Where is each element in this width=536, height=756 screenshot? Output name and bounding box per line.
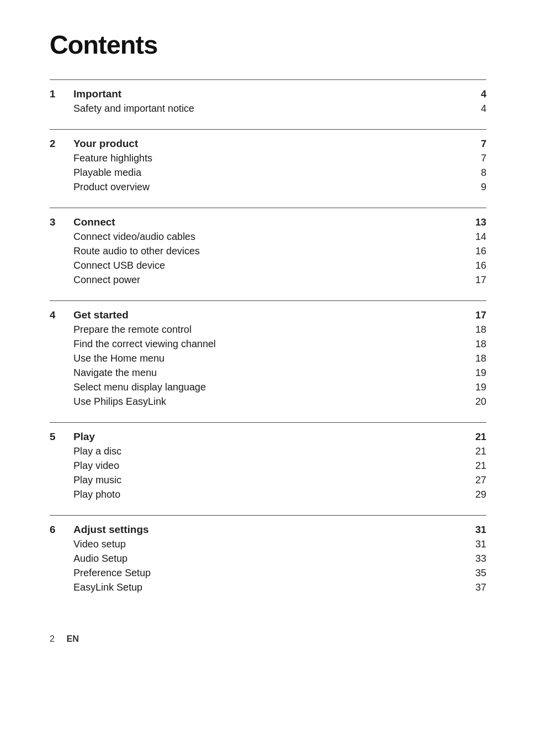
- toc-item-page: 33: [471, 553, 486, 564]
- toc-item: Play photo29: [50, 489, 486, 500]
- toc-item-label: Find the correct viewing channel: [73, 338, 216, 350]
- toc-item: Play a disc21: [50, 446, 486, 457]
- toc-item-page: 19: [471, 367, 486, 378]
- toc-section-1: 1Important4Safety and important notice4: [50, 79, 486, 125]
- toc-item-page: 35: [471, 567, 486, 579]
- toc-item: Video setup31: [50, 538, 486, 550]
- section-header-2: 2Your product7: [50, 138, 486, 150]
- toc-item-label: Route audio to other devices: [73, 245, 200, 257]
- section-number-3: 3: [50, 216, 73, 228]
- toc-item: Play music27: [50, 474, 486, 486]
- divider-5: [50, 422, 486, 423]
- toc-item: Audio Setup33: [50, 553, 486, 564]
- toc-item-label: Feature highlights: [73, 152, 152, 164]
- section-page-1: 4: [471, 88, 486, 100]
- section-page-3: 13: [471, 217, 486, 228]
- toc-item: Select menu display language19: [50, 381, 486, 393]
- toc-item: EasyLink Setup37: [50, 582, 486, 593]
- toc-section-4: 4Get started17Prepare the remote control…: [50, 301, 486, 418]
- section-header-3: 3Connect13: [50, 216, 486, 228]
- toc-item-page: 14: [471, 231, 486, 242]
- toc-item: Product overview9: [50, 181, 486, 193]
- toc-item: Connect power17: [50, 274, 486, 286]
- section-number-4: 4: [50, 309, 73, 321]
- toc-item-label: Play a disc: [73, 446, 122, 457]
- section-number-5: 5: [50, 431, 73, 443]
- toc-item-label: Navigate the menu: [73, 367, 157, 378]
- section-title-1: Important: [73, 88, 122, 100]
- section-header-6: 6Adjust settings31: [50, 524, 486, 535]
- toc-item-label: Play music: [73, 474, 122, 486]
- toc-item: Safety and important notice4: [50, 103, 486, 114]
- toc-item-label: Select menu display language: [73, 381, 206, 393]
- divider-1: [50, 79, 486, 80]
- section-number-6: 6: [50, 524, 73, 535]
- section-header-1: 1Important4: [50, 88, 486, 100]
- toc-item-label: Preference Setup: [73, 567, 151, 579]
- toc-item-page: 37: [471, 582, 486, 593]
- divider-4: [50, 301, 486, 301]
- page-title: Contents: [50, 30, 486, 60]
- toc-item-page: 21: [471, 446, 486, 457]
- section-header-5: 5Play21: [50, 431, 486, 443]
- section-number-2: 2: [50, 138, 73, 150]
- section-title-5: Play: [73, 431, 95, 443]
- toc-item-page: 29: [471, 489, 486, 500]
- toc-item: Connect video/audio cables14: [50, 231, 486, 242]
- footer-page-number: 2: [50, 634, 55, 644]
- toc-item: Prepare the remote control18: [50, 324, 486, 335]
- toc-item: Preference Setup35: [50, 567, 486, 579]
- divider-6: [50, 515, 486, 516]
- toc-item-label: Prepare the remote control: [73, 324, 192, 335]
- toc-item-page: 18: [471, 338, 486, 350]
- toc-section-5: 5Play21Play a disc21Play video21Play mus…: [50, 422, 486, 511]
- toc-item-page: 20: [471, 396, 486, 407]
- section-page-5: 21: [471, 431, 486, 443]
- toc-item-label: Connect power: [73, 274, 140, 286]
- toc-item-page: 17: [471, 274, 486, 286]
- toc-section-3: 3Connect13Connect video/audio cables14Ro…: [50, 208, 486, 297]
- toc-item-label: Playable media: [73, 167, 141, 178]
- toc-item-page: 4: [471, 103, 486, 114]
- toc-item: Navigate the menu19: [50, 367, 486, 378]
- toc-item-label: Video setup: [73, 538, 126, 550]
- section-title-4: Get started: [73, 309, 129, 321]
- section-page-2: 7: [471, 138, 486, 150]
- section-header-4: 4Get started17: [50, 309, 486, 321]
- table-of-contents: 1Important4Safety and important notice42…: [50, 79, 486, 604]
- page-footer: 2 EN: [50, 634, 486, 644]
- section-title-2: Your product: [73, 138, 138, 150]
- toc-section-2: 2Your product7Feature highlights7Playabl…: [50, 129, 486, 204]
- toc-item-page: 21: [471, 460, 486, 471]
- section-title-6: Adjust settings: [73, 524, 149, 535]
- divider-3: [50, 208, 486, 208]
- toc-item: Play video21: [50, 460, 486, 471]
- toc-item-page: 18: [471, 353, 486, 364]
- toc-item-label: Use the Home menu: [73, 353, 164, 364]
- toc-item: Use the Home menu18: [50, 353, 486, 364]
- toc-item-page: 19: [471, 381, 486, 393]
- section-number-1: 1: [50, 88, 73, 100]
- toc-item-page: 27: [471, 474, 486, 486]
- toc-item-label: Connect video/audio cables: [73, 231, 196, 242]
- divider-2: [50, 129, 486, 130]
- toc-item-page: 16: [471, 245, 486, 257]
- toc-item: Route audio to other devices16: [50, 245, 486, 257]
- toc-item: Use Philips EasyLink20: [50, 396, 486, 407]
- toc-item-page: 8: [471, 167, 486, 178]
- section-title-3: Connect: [73, 216, 115, 228]
- toc-section-6: 6Adjust settings31Video setup31Audio Set…: [50, 515, 486, 604]
- toc-item-label: Connect USB device: [73, 260, 165, 271]
- toc-item-label: EasyLink Setup: [73, 582, 142, 593]
- toc-item-label: Audio Setup: [73, 553, 128, 564]
- toc-item-label: Safety and important notice: [73, 103, 194, 114]
- section-page-6: 31: [471, 524, 486, 535]
- toc-item: Playable media8: [50, 167, 486, 178]
- toc-item-page: 9: [471, 181, 486, 193]
- toc-item-page: 16: [471, 260, 486, 271]
- section-page-4: 17: [471, 309, 486, 321]
- toc-item: Connect USB device16: [50, 260, 486, 271]
- toc-item-label: Play photo: [73, 489, 121, 500]
- toc-item-page: 31: [471, 538, 486, 550]
- footer-language: EN: [67, 634, 79, 644]
